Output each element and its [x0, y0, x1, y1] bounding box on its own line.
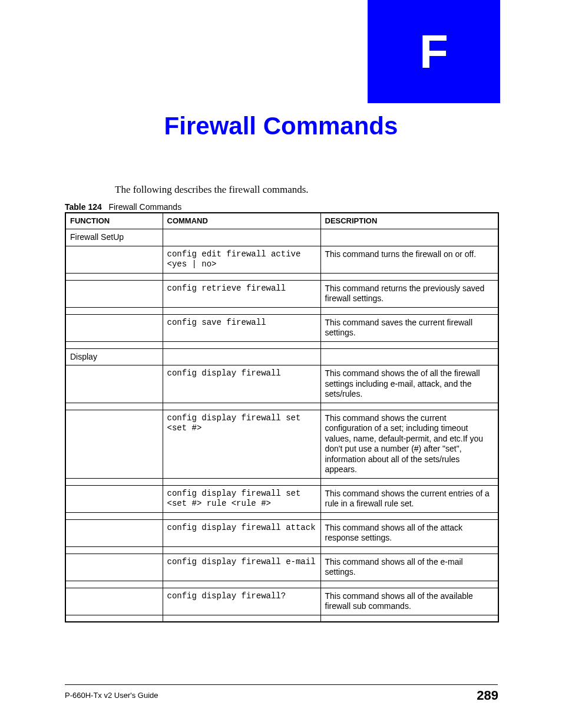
spacer-cell — [320, 512, 498, 519]
spacer-cell — [65, 273, 163, 280]
table-caption-text: Firewall Commands — [108, 202, 181, 212]
spacer-cell — [65, 341, 163, 348]
table-row: config edit firewall active <yes | no>Th… — [65, 246, 498, 273]
table-caption: Table 124 Firewall Commands — [65, 202, 181, 212]
cell-command: config display firewall set <set #> — [163, 410, 320, 478]
cell-description: This command shows all of the attack res… — [320, 519, 498, 546]
cell-description: This command shows the current entries o… — [320, 485, 498, 512]
cell-function — [65, 554, 163, 581]
table-row: config display firewall?This command sho… — [65, 588, 498, 615]
cell-description: This command shows the current configura… — [320, 410, 498, 478]
spacer-cell — [65, 403, 163, 410]
table-row: config display firewall e-mailThis comma… — [65, 554, 498, 581]
spacer-cell — [65, 615, 163, 622]
cell-description: This command saves the current firewall … — [320, 314, 498, 341]
table-spacer-row — [65, 307, 498, 314]
cell-function — [65, 485, 163, 512]
table-caption-label: Table 124 — [65, 202, 102, 212]
table-row: config display firewall set <set #> rule… — [65, 485, 498, 512]
intro-text: The following describes the firewall com… — [115, 184, 309, 196]
cell-command: config save firewall — [163, 314, 320, 341]
table-row: Firewall SetUp — [65, 229, 498, 246]
table-spacer-row — [65, 478, 498, 485]
spacer-cell — [163, 478, 320, 485]
cell-description: This command returns the previously save… — [320, 280, 498, 307]
header-function: FUNCTION — [65, 213, 163, 229]
table-row: config retrieve firewallThis command ret… — [65, 280, 498, 307]
cell-function — [65, 588, 163, 615]
cell-description: This command turns the firewall on or of… — [320, 246, 498, 273]
spacer-cell — [320, 341, 498, 348]
table-spacer-row — [65, 546, 498, 554]
spacer-cell — [163, 512, 320, 519]
spacer-cell — [320, 478, 498, 485]
footer-rule — [65, 684, 498, 685]
cell-function — [65, 314, 163, 341]
cell-command: config display firewall attack — [163, 519, 320, 546]
cell-function — [65, 410, 163, 478]
cell-description: This command shows all of the available … — [320, 588, 498, 615]
spacer-cell — [163, 403, 320, 410]
table-spacer-row — [65, 273, 498, 280]
footer-guide-name: P-660H-Tx v2 User's Guide — [65, 691, 158, 700]
table-spacer-row — [65, 512, 498, 519]
spacer-cell — [163, 341, 320, 348]
spacer-cell — [163, 581, 320, 588]
spacer-cell — [163, 615, 320, 622]
header-command: COMMAND — [163, 213, 320, 229]
page-title: Firewall Commands — [0, 112, 562, 140]
cell-command — [163, 229, 320, 246]
cell-function — [65, 365, 163, 403]
spacer-cell — [320, 273, 498, 280]
spacer-cell — [320, 546, 498, 554]
spacer-cell — [320, 403, 498, 410]
cell-function — [65, 280, 163, 307]
cell-function — [65, 519, 163, 546]
appendix-tab: F — [368, 0, 500, 103]
spacer-cell — [320, 581, 498, 588]
cell-function — [65, 246, 163, 273]
cell-command — [163, 348, 320, 365]
cell-command: config display firewall set <set #> rule… — [163, 485, 320, 512]
table-row: config display firewall attackThis comma… — [65, 519, 498, 546]
cell-description — [320, 229, 498, 246]
cell-function: Firewall SetUp — [65, 229, 163, 246]
spacer-cell — [65, 512, 163, 519]
spacer-cell — [320, 307, 498, 314]
cell-description: This command shows the of all the firewa… — [320, 365, 498, 403]
cell-description — [320, 348, 498, 365]
table-row: Display — [65, 348, 498, 365]
footer-page-number: 289 — [477, 688, 498, 703]
table-row: config save firewallThis command saves t… — [65, 314, 498, 341]
firewall-commands-table: FUNCTION COMMAND DESCRIPTION Firewall Se… — [65, 212, 499, 622]
table-spacer-row — [65, 581, 498, 588]
cell-command: config edit firewall active <yes | no> — [163, 246, 320, 273]
spacer-cell — [65, 581, 163, 588]
table-row: config display firewall set <set #>This … — [65, 410, 498, 478]
spacer-cell — [65, 546, 163, 554]
spacer-cell — [320, 615, 498, 622]
spacer-cell — [163, 307, 320, 314]
cell-command: config display firewall? — [163, 588, 320, 615]
cell-command: config display firewall — [163, 365, 320, 403]
appendix-letter: F — [419, 25, 448, 79]
cell-command: config display firewall e-mail — [163, 554, 320, 581]
table-spacer-row — [65, 615, 498, 622]
spacer-cell — [65, 478, 163, 485]
cell-function: Display — [65, 348, 163, 365]
spacer-cell — [65, 307, 163, 314]
cell-command: config retrieve firewall — [163, 280, 320, 307]
table-spacer-row — [65, 341, 498, 348]
spacer-cell — [163, 273, 320, 280]
header-description: DESCRIPTION — [320, 213, 498, 229]
table-row: config display firewallThis command show… — [65, 365, 498, 403]
cell-description: This command shows all of the e-mail set… — [320, 554, 498, 581]
spacer-cell — [163, 546, 320, 554]
table-spacer-row — [65, 403, 498, 410]
table-header-row: FUNCTION COMMAND DESCRIPTION — [65, 213, 498, 229]
